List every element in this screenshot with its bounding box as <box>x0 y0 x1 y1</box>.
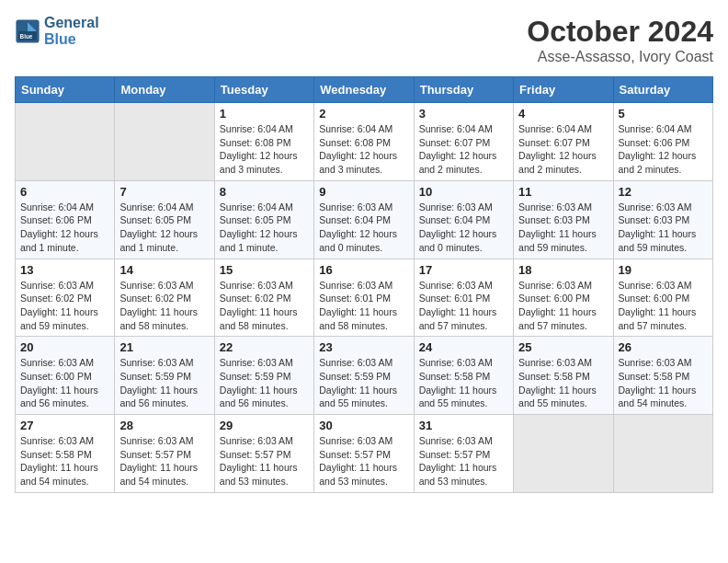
day-number: 27 <box>20 419 109 432</box>
day-number: 1 <box>220 107 309 121</box>
calendar-week-3: 13Sunrise: 6:03 AMSunset: 6:02 PMDayligh… <box>16 259 713 337</box>
day-number: 6 <box>20 185 109 199</box>
calendar-cell: 12Sunrise: 6:03 AMSunset: 6:03 PMDayligh… <box>613 180 712 259</box>
day-number: 28 <box>119 419 209 432</box>
day-info: Sunrise: 6:03 AMSunset: 6:03 PMDaylight:… <box>619 201 708 255</box>
day-info: Sunrise: 6:03 AMSunset: 5:58 PMDaylight:… <box>518 356 608 410</box>
weekday-header-wednesday: Wednesday <box>314 77 414 103</box>
logo-text-blue: Blue <box>44 31 99 48</box>
calendar-subtitle: Asse-Assasso, Ivory Coast <box>527 49 713 65</box>
day-number: 16 <box>319 263 408 277</box>
day-info: Sunrise: 6:04 AMSunset: 6:07 PMDaylight:… <box>419 122 508 177</box>
weekday-header-friday: Friday <box>514 77 613 103</box>
calendar-cell: 29Sunrise: 6:03 AMSunset: 5:57 PMDayligh… <box>214 415 313 493</box>
day-info: Sunrise: 6:03 AMSunset: 5:57 PMDaylight:… <box>319 434 408 488</box>
weekday-header-row: SundayMondayTuesdayWednesdayThursdayFrid… <box>16 77 713 103</box>
day-info: Sunrise: 6:03 AMSunset: 5:59 PMDaylight:… <box>319 356 408 410</box>
day-number: 11 <box>518 185 608 199</box>
calendar-cell: 6Sunrise: 6:04 AMSunset: 6:06 PMDaylight… <box>16 180 115 259</box>
day-number: 25 <box>518 340 608 354</box>
day-number: 29 <box>220 419 309 432</box>
day-number: 7 <box>119 185 209 199</box>
day-info: Sunrise: 6:03 AMSunset: 6:01 PMDaylight:… <box>419 279 508 333</box>
day-info: Sunrise: 6:04 AMSunset: 6:08 PMDaylight:… <box>319 122 408 177</box>
day-number: 26 <box>619 340 708 354</box>
calendar-cell: 8Sunrise: 6:04 AMSunset: 6:05 PMDaylight… <box>214 180 313 259</box>
day-number: 2 <box>319 107 408 121</box>
day-number: 9 <box>319 185 408 199</box>
day-number: 31 <box>419 419 508 432</box>
calendar-week-2: 6Sunrise: 6:04 AMSunset: 6:06 PMDaylight… <box>16 180 713 259</box>
day-info: Sunrise: 6:03 AMSunset: 6:00 PMDaylight:… <box>619 279 708 333</box>
day-info: Sunrise: 6:03 AMSunset: 5:57 PMDaylight:… <box>220 434 309 488</box>
calendar-cell: 9Sunrise: 6:03 AMSunset: 6:04 PMDaylight… <box>314 180 414 259</box>
calendar-cell: 25Sunrise: 6:03 AMSunset: 5:58 PMDayligh… <box>514 337 613 415</box>
calendar-cell: 28Sunrise: 6:03 AMSunset: 5:57 PMDayligh… <box>115 415 214 493</box>
calendar-table: SundayMondayTuesdayWednesdayThursdayFrid… <box>15 76 713 493</box>
day-info: Sunrise: 6:03 AMSunset: 5:59 PMDaylight:… <box>220 356 309 410</box>
calendar-cell: 4Sunrise: 6:04 AMSunset: 6:07 PMDaylight… <box>514 103 613 181</box>
day-info: Sunrise: 6:03 AMSunset: 6:01 PMDaylight:… <box>319 279 408 333</box>
day-info: Sunrise: 6:03 AMSunset: 6:00 PMDaylight:… <box>518 279 608 333</box>
day-number: 20 <box>20 340 109 354</box>
day-info: Sunrise: 6:04 AMSunset: 6:05 PMDaylight:… <box>220 201 309 255</box>
day-info: Sunrise: 6:03 AMSunset: 5:58 PMDaylight:… <box>20 434 109 488</box>
calendar-cell <box>514 415 613 493</box>
day-number: 30 <box>319 419 408 432</box>
day-info: Sunrise: 6:04 AMSunset: 6:08 PMDaylight:… <box>220 122 309 177</box>
calendar-cell: 15Sunrise: 6:03 AMSunset: 6:02 PMDayligh… <box>214 259 313 337</box>
logo: Blue General Blue <box>15 15 99 47</box>
calendar-cell: 20Sunrise: 6:03 AMSunset: 6:00 PMDayligh… <box>16 337 115 415</box>
calendar-cell: 5Sunrise: 6:04 AMSunset: 6:06 PMDaylight… <box>613 103 712 181</box>
calendar-body: 1Sunrise: 6:04 AMSunset: 6:08 PMDaylight… <box>16 103 713 493</box>
day-number: 10 <box>419 185 508 199</box>
calendar-cell: 10Sunrise: 6:03 AMSunset: 6:04 PMDayligh… <box>414 180 513 259</box>
calendar-cell: 30Sunrise: 6:03 AMSunset: 5:57 PMDayligh… <box>314 415 414 493</box>
svg-text:Blue: Blue <box>20 33 33 40</box>
day-number: 3 <box>419 107 508 121</box>
day-number: 23 <box>319 340 408 354</box>
day-info: Sunrise: 6:03 AMSunset: 5:57 PMDaylight:… <box>419 434 508 488</box>
weekday-header-saturday: Saturday <box>613 77 712 103</box>
calendar-week-4: 20Sunrise: 6:03 AMSunset: 6:00 PMDayligh… <box>16 337 713 415</box>
calendar-cell <box>16 103 115 181</box>
day-info: Sunrise: 6:03 AMSunset: 6:00 PMDaylight:… <box>20 356 109 410</box>
day-number: 13 <box>20 263 109 277</box>
day-number: 5 <box>619 107 708 121</box>
weekday-header-sunday: Sunday <box>16 77 115 103</box>
day-info: Sunrise: 6:03 AMSunset: 5:59 PMDaylight:… <box>119 356 209 410</box>
day-number: 12 <box>619 185 708 199</box>
day-number: 24 <box>419 340 508 354</box>
day-info: Sunrise: 6:04 AMSunset: 6:06 PMDaylight:… <box>619 122 708 177</box>
weekday-header-tuesday: Tuesday <box>214 77 313 103</box>
logo-icon: Blue <box>15 18 40 44</box>
calendar-cell: 18Sunrise: 6:03 AMSunset: 6:00 PMDayligh… <box>514 259 613 337</box>
day-number: 21 <box>119 340 209 354</box>
calendar-cell: 21Sunrise: 6:03 AMSunset: 5:59 PMDayligh… <box>115 337 214 415</box>
calendar-cell: 31Sunrise: 6:03 AMSunset: 5:57 PMDayligh… <box>414 415 513 493</box>
calendar-cell <box>613 415 712 493</box>
day-number: 8 <box>220 185 309 199</box>
calendar-cell: 13Sunrise: 6:03 AMSunset: 6:02 PMDayligh… <box>16 259 115 337</box>
day-number: 18 <box>518 263 608 277</box>
calendar-cell: 3Sunrise: 6:04 AMSunset: 6:07 PMDaylight… <box>414 103 513 181</box>
day-info: Sunrise: 6:03 AMSunset: 6:02 PMDaylight:… <box>20 279 109 333</box>
calendar-cell: 26Sunrise: 6:03 AMSunset: 5:58 PMDayligh… <box>613 337 712 415</box>
calendar-cell: 23Sunrise: 6:03 AMSunset: 5:59 PMDayligh… <box>314 337 414 415</box>
day-info: Sunrise: 6:03 AMSunset: 5:57 PMDaylight:… <box>119 434 209 488</box>
day-number: 14 <box>119 263 209 277</box>
day-number: 17 <box>419 263 508 277</box>
calendar-week-5: 27Sunrise: 6:03 AMSunset: 5:58 PMDayligh… <box>16 415 713 493</box>
day-info: Sunrise: 6:03 AMSunset: 6:04 PMDaylight:… <box>419 201 508 255</box>
page-header: Blue General Blue October 2024 Asse-Assa… <box>15 15 713 65</box>
calendar-cell: 7Sunrise: 6:04 AMSunset: 6:05 PMDaylight… <box>115 180 214 259</box>
day-number: 4 <box>518 107 608 121</box>
calendar-cell <box>115 103 214 181</box>
day-info: Sunrise: 6:03 AMSunset: 5:58 PMDaylight:… <box>419 356 508 410</box>
calendar-cell: 11Sunrise: 6:03 AMSunset: 6:03 PMDayligh… <box>514 180 613 259</box>
calendar-cell: 27Sunrise: 6:03 AMSunset: 5:58 PMDayligh… <box>16 415 115 493</box>
calendar-cell: 17Sunrise: 6:03 AMSunset: 6:01 PMDayligh… <box>414 259 513 337</box>
day-info: Sunrise: 6:03 AMSunset: 5:58 PMDaylight:… <box>619 356 708 410</box>
calendar-cell: 1Sunrise: 6:04 AMSunset: 6:08 PMDaylight… <box>214 103 313 181</box>
day-info: Sunrise: 6:03 AMSunset: 6:03 PMDaylight:… <box>518 201 608 255</box>
